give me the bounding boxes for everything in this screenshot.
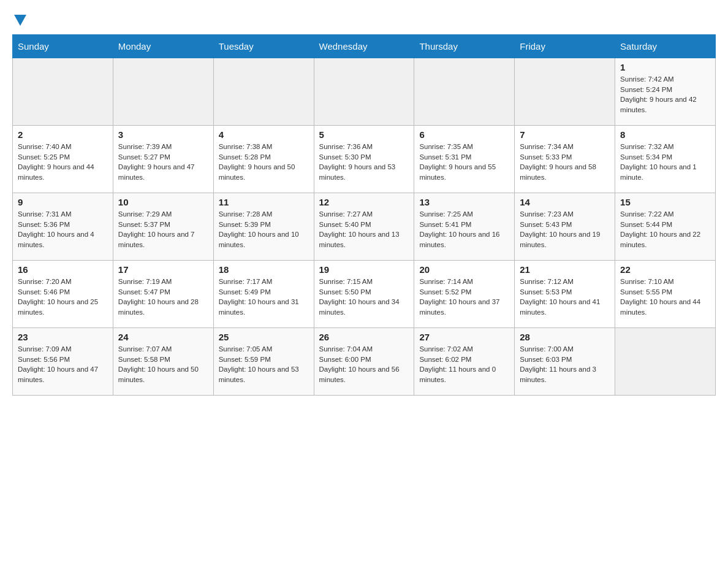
calendar-day-cell: 16Sunrise: 7:20 AMSunset: 5:46 PMDayligh… bbox=[13, 261, 113, 328]
day-number: 25 bbox=[219, 332, 309, 342]
day-number: 12 bbox=[319, 197, 409, 207]
day-info: Sunrise: 7:04 AMSunset: 6:00 PMDaylight:… bbox=[319, 344, 409, 385]
day-number: 9 bbox=[18, 197, 108, 207]
weekday-header-monday: Monday bbox=[113, 35, 213, 58]
calendar-day-cell bbox=[414, 58, 515, 126]
day-number: 28 bbox=[520, 332, 610, 342]
day-number: 1 bbox=[620, 62, 710, 72]
day-number: 15 bbox=[620, 197, 710, 207]
day-info: Sunrise: 7:29 AMSunset: 5:37 PMDaylight:… bbox=[118, 209, 208, 250]
day-number: 6 bbox=[419, 129, 509, 140]
calendar-week-row: 2Sunrise: 7:40 AMSunset: 5:25 PMDaylight… bbox=[13, 126, 716, 193]
day-info: Sunrise: 7:02 AMSunset: 6:02 PMDaylight:… bbox=[419, 344, 509, 385]
day-info: Sunrise: 7:42 AMSunset: 5:24 PMDaylight:… bbox=[620, 74, 710, 115]
day-info: Sunrise: 7:20 AMSunset: 5:46 PMDaylight:… bbox=[18, 277, 108, 318]
calendar-day-cell: 12Sunrise: 7:27 AMSunset: 5:40 PMDayligh… bbox=[314, 193, 414, 261]
day-info: Sunrise: 7:23 AMSunset: 5:43 PMDaylight:… bbox=[520, 209, 610, 250]
calendar-day-cell: 15Sunrise: 7:22 AMSunset: 5:44 PMDayligh… bbox=[615, 193, 716, 261]
weekday-header-wednesday: Wednesday bbox=[314, 35, 414, 58]
day-info: Sunrise: 7:17 AMSunset: 5:49 PMDaylight:… bbox=[219, 277, 309, 318]
calendar-day-cell: 10Sunrise: 7:29 AMSunset: 5:37 PMDayligh… bbox=[113, 193, 213, 261]
weekday-header-friday: Friday bbox=[515, 35, 615, 58]
day-number: 21 bbox=[520, 264, 610, 275]
day-number: 24 bbox=[118, 332, 208, 342]
day-number: 19 bbox=[319, 264, 409, 275]
day-info: Sunrise: 7:36 AMSunset: 5:30 PMDaylight:… bbox=[319, 142, 409, 183]
day-info: Sunrise: 7:14 AMSunset: 5:52 PMDaylight:… bbox=[419, 277, 509, 318]
day-number: 10 bbox=[118, 197, 208, 207]
calendar-day-cell: 25Sunrise: 7:05 AMSunset: 5:59 PMDayligh… bbox=[213, 328, 314, 396]
calendar-day-cell: 14Sunrise: 7:23 AMSunset: 5:43 PMDayligh… bbox=[515, 193, 615, 261]
calendar-day-cell: 11Sunrise: 7:28 AMSunset: 5:39 PMDayligh… bbox=[213, 193, 314, 261]
day-info: Sunrise: 7:12 AMSunset: 5:53 PMDaylight:… bbox=[520, 277, 610, 318]
calendar-day-cell: 6Sunrise: 7:35 AMSunset: 5:31 PMDaylight… bbox=[414, 126, 515, 193]
day-number: 14 bbox=[520, 197, 610, 207]
day-info: Sunrise: 7:15 AMSunset: 5:50 PMDaylight:… bbox=[319, 277, 409, 318]
day-number: 8 bbox=[620, 129, 710, 140]
calendar-day-cell: 2Sunrise: 7:40 AMSunset: 5:25 PMDaylight… bbox=[13, 126, 113, 193]
calendar-day-cell: 21Sunrise: 7:12 AMSunset: 5:53 PMDayligh… bbox=[515, 261, 615, 328]
calendar-day-cell: 18Sunrise: 7:17 AMSunset: 5:49 PMDayligh… bbox=[213, 261, 314, 328]
day-info: Sunrise: 7:22 AMSunset: 5:44 PMDaylight:… bbox=[620, 209, 710, 250]
calendar-day-cell: 9Sunrise: 7:31 AMSunset: 5:36 PMDaylight… bbox=[13, 193, 113, 261]
day-info: Sunrise: 7:31 AMSunset: 5:36 PMDaylight:… bbox=[18, 209, 108, 250]
day-info: Sunrise: 7:32 AMSunset: 5:34 PMDaylight:… bbox=[620, 142, 710, 183]
day-info: Sunrise: 7:00 AMSunset: 6:03 PMDaylight:… bbox=[520, 344, 610, 385]
calendar-week-row: 1Sunrise: 7:42 AMSunset: 5:24 PMDaylight… bbox=[13, 58, 716, 126]
weekday-header-thursday: Thursday bbox=[414, 35, 515, 58]
calendar-week-row: 23Sunrise: 7:09 AMSunset: 5:56 PMDayligh… bbox=[13, 328, 716, 396]
day-info: Sunrise: 7:34 AMSunset: 5:33 PMDaylight:… bbox=[520, 142, 610, 183]
logo bbox=[12, 12, 26, 23]
day-number: 5 bbox=[319, 129, 409, 140]
page-header bbox=[12, 12, 716, 23]
day-info: Sunrise: 7:28 AMSunset: 5:39 PMDaylight:… bbox=[219, 209, 309, 250]
day-number: 23 bbox=[18, 332, 108, 342]
calendar-day-cell bbox=[515, 58, 615, 126]
weekday-header-saturday: Saturday bbox=[615, 35, 716, 58]
day-number: 22 bbox=[620, 264, 710, 275]
calendar-week-row: 9Sunrise: 7:31 AMSunset: 5:36 PMDaylight… bbox=[13, 193, 716, 261]
calendar-day-cell: 13Sunrise: 7:25 AMSunset: 5:41 PMDayligh… bbox=[414, 193, 515, 261]
weekday-header-sunday: Sunday bbox=[13, 35, 113, 58]
day-number: 13 bbox=[419, 197, 509, 207]
weekday-header-tuesday: Tuesday bbox=[213, 35, 314, 58]
day-number: 4 bbox=[219, 129, 309, 140]
calendar-day-cell bbox=[13, 58, 113, 126]
calendar-day-cell: 26Sunrise: 7:04 AMSunset: 6:00 PMDayligh… bbox=[314, 328, 414, 396]
calendar-day-cell: 7Sunrise: 7:34 AMSunset: 5:33 PMDaylight… bbox=[515, 126, 615, 193]
calendar-day-cell: 17Sunrise: 7:19 AMSunset: 5:47 PMDayligh… bbox=[113, 261, 213, 328]
day-info: Sunrise: 7:19 AMSunset: 5:47 PMDaylight:… bbox=[118, 277, 208, 318]
calendar-day-cell: 27Sunrise: 7:02 AMSunset: 6:02 PMDayligh… bbox=[414, 328, 515, 396]
calendar-day-cell: 3Sunrise: 7:39 AMSunset: 5:27 PMDaylight… bbox=[113, 126, 213, 193]
calendar-day-cell bbox=[314, 58, 414, 126]
day-number: 20 bbox=[419, 264, 509, 275]
calendar-header-row: SundayMondayTuesdayWednesdayThursdayFrid… bbox=[13, 35, 716, 58]
day-info: Sunrise: 7:07 AMSunset: 5:58 PMDaylight:… bbox=[118, 344, 208, 385]
calendar-day-cell: 4Sunrise: 7:38 AMSunset: 5:28 PMDaylight… bbox=[213, 126, 314, 193]
calendar-day-cell bbox=[213, 58, 314, 126]
calendar-day-cell bbox=[615, 328, 716, 396]
day-number: 18 bbox=[219, 264, 309, 275]
calendar-day-cell bbox=[113, 58, 213, 126]
calendar-day-cell: 8Sunrise: 7:32 AMSunset: 5:34 PMDaylight… bbox=[615, 126, 716, 193]
day-number: 27 bbox=[419, 332, 509, 342]
day-number: 11 bbox=[219, 197, 309, 207]
day-info: Sunrise: 7:35 AMSunset: 5:31 PMDaylight:… bbox=[419, 142, 509, 183]
day-info: Sunrise: 7:38 AMSunset: 5:28 PMDaylight:… bbox=[219, 142, 309, 183]
calendar-table: SundayMondayTuesdayWednesdayThursdayFrid… bbox=[12, 34, 716, 396]
calendar-day-cell: 22Sunrise: 7:10 AMSunset: 5:55 PMDayligh… bbox=[615, 261, 716, 328]
day-number: 3 bbox=[118, 129, 208, 140]
logo-triangle-icon bbox=[14, 15, 26, 26]
calendar-day-cell: 23Sunrise: 7:09 AMSunset: 5:56 PMDayligh… bbox=[13, 328, 113, 396]
calendar-day-cell: 28Sunrise: 7:00 AMSunset: 6:03 PMDayligh… bbox=[515, 328, 615, 396]
day-info: Sunrise: 7:05 AMSunset: 5:59 PMDaylight:… bbox=[219, 344, 309, 385]
calendar-day-cell: 20Sunrise: 7:14 AMSunset: 5:52 PMDayligh… bbox=[414, 261, 515, 328]
day-info: Sunrise: 7:40 AMSunset: 5:25 PMDaylight:… bbox=[18, 142, 108, 183]
day-info: Sunrise: 7:39 AMSunset: 5:27 PMDaylight:… bbox=[118, 142, 208, 183]
calendar-day-cell: 1Sunrise: 7:42 AMSunset: 5:24 PMDaylight… bbox=[615, 58, 716, 126]
day-number: 17 bbox=[118, 264, 208, 275]
calendar-day-cell: 5Sunrise: 7:36 AMSunset: 5:30 PMDaylight… bbox=[314, 126, 414, 193]
calendar-day-cell: 24Sunrise: 7:07 AMSunset: 5:58 PMDayligh… bbox=[113, 328, 213, 396]
day-number: 7 bbox=[520, 129, 610, 140]
day-number: 2 bbox=[18, 129, 108, 140]
